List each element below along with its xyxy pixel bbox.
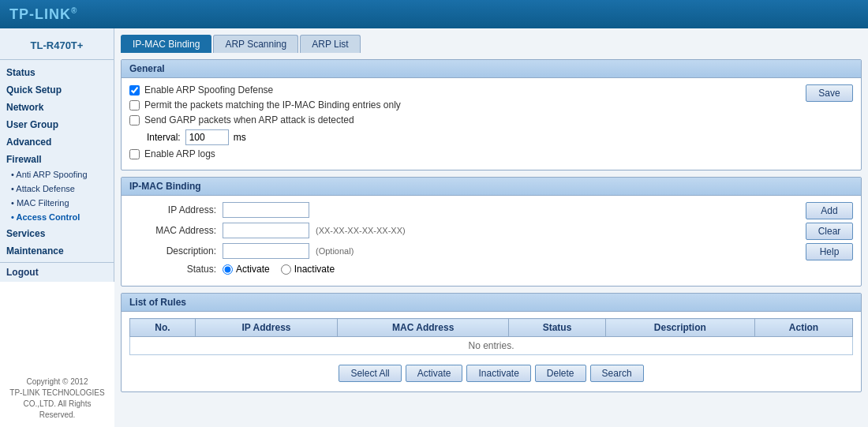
tab-arp-scanning[interactable]: ARP Scanning <box>213 35 298 53</box>
interval-label: Interval: <box>147 132 181 143</box>
sidebar-item-access-control[interactable]: • Access Control <box>0 210 114 224</box>
no-entries-row: No entries. <box>130 337 853 355</box>
logo-text: TP-LINK <box>9 6 71 22</box>
arp-defense-row: Enable ARP Spoofing Defense <box>129 84 790 96</box>
rules-section: List of Rules No. IP Address MAC Address… <box>121 293 862 392</box>
rules-thead: No. IP Address MAC Address Status Descri… <box>130 319 853 337</box>
col-no: No. <box>130 319 196 337</box>
ipmac-inner: IP Address: MAC Address: (XX-XX-XX-XX-XX… <box>129 202 853 279</box>
ip-address-row: IP Address: <box>129 202 790 218</box>
form-buttons: Add Clear Help <box>806 202 853 279</box>
ipmac-content: IP Address: MAC Address: (XX-XX-XX-XX-XX… <box>122 196 861 286</box>
radio-row: Activate Inactivate <box>223 264 335 275</box>
activate-radio[interactable] <box>223 264 233 275</box>
description-input[interactable] <box>223 243 309 259</box>
sidebar-item-advanced[interactable]: Advanced <box>0 133 114 150</box>
arp-logs-row: Enable ARP logs <box>129 148 790 159</box>
sidebar-wrapper: TL-R470T+ Status Quick Setup Network Use… <box>0 28 114 427</box>
send-garp-label: Send GARP packets when ARP attack is det… <box>144 114 354 125</box>
status-row: Status: Activate Inactivate <box>129 264 790 275</box>
header: TP-LINK® <box>0 0 868 28</box>
help-button[interactable]: Help <box>806 243 853 260</box>
description-row: Description: (Optional) <box>129 243 790 259</box>
col-ip: IP Address <box>195 319 337 337</box>
col-mac: MAC Address <box>338 319 509 337</box>
general-inner: Enable ARP Spoofing Defense Permit the p… <box>129 84 853 163</box>
activate-label: Activate <box>236 264 270 275</box>
select-all-button[interactable]: Select All <box>339 365 401 382</box>
rules-header: List of Rules <box>122 294 861 312</box>
sidebar-item-maintenance[interactable]: Maintenance <box>0 242 114 259</box>
ip-address-label: IP Address: <box>129 204 216 215</box>
interval-row: Interval: ms <box>147 129 790 145</box>
rules-tbody: No entries. <box>130 337 853 355</box>
rules-header-row: No. IP Address MAC Address Status Descri… <box>130 319 853 337</box>
col-action: Action <box>755 319 853 337</box>
general-content: Enable ARP Spoofing Defense Permit the p… <box>122 78 861 170</box>
arp-logs-label: Enable ARP logs <box>144 148 215 159</box>
mac-address-row: MAC Address: (XX-XX-XX-XX-XX-XX) <box>129 223 790 238</box>
arp-logs-checkbox[interactable] <box>129 149 140 159</box>
sidebar-item-status[interactable]: Status <box>0 63 114 81</box>
arp-defense-checkbox[interactable] <box>129 85 140 96</box>
sidebar-model: TL-R470T+ <box>0 35 114 60</box>
sidebar-item-quicksetup[interactable]: Quick Setup <box>0 81 114 98</box>
sidebar-item-anti-arp[interactable]: • Anti ARP Spoofing <box>0 167 114 182</box>
general-left: Enable ARP Spoofing Defense Permit the p… <box>129 84 790 163</box>
mac-address-input[interactable] <box>223 223 309 238</box>
status-label: Status: <box>129 264 216 275</box>
inactivate-all-button[interactable]: Inactivate <box>466 365 530 382</box>
sidebar-item-usergroup[interactable]: User Group <box>0 115 114 133</box>
ipmac-form: IP Address: MAC Address: (XX-XX-XX-XX-XX… <box>129 202 790 279</box>
inactivate-option: Inactivate <box>281 264 335 275</box>
mac-hint: (XX-XX-XX-XX-XX-XX) <box>316 226 406 235</box>
tabs: IP-MAC Binding ARP Scanning ARP List <box>121 35 862 53</box>
layout: TL-R470T+ Status Quick Setup Network Use… <box>0 28 868 427</box>
activate-option: Activate <box>223 264 270 275</box>
inactivate-label: Inactivate <box>294 264 335 275</box>
logo: TP-LINK® <box>9 6 77 23</box>
description-hint: (Optional) <box>316 246 354 256</box>
search-button[interactable]: Search <box>590 365 644 382</box>
send-garp-checkbox[interactable] <box>129 115 140 125</box>
sidebar-item-mac-filtering[interactable]: • MAC Filtering <box>0 196 114 210</box>
sidebar-item-network[interactable]: Network <box>0 98 114 115</box>
send-garp-row: Send GARP packets when ARP attack is det… <box>129 114 790 125</box>
ip-address-input[interactable] <box>223 202 309 218</box>
add-button[interactable]: Add <box>806 202 853 219</box>
no-entries-cell: No entries. <box>130 337 853 355</box>
general-right: Save <box>790 84 853 102</box>
permit-packets-label: Permit the packets matching the IP-MAC B… <box>144 99 401 110</box>
sidebar-copyright: Copyright © 2012 TP-LINK TECHNOLOGIES CO… <box>0 376 114 421</box>
sidebar: TL-R470T+ Status Quick Setup Network Use… <box>0 28 114 282</box>
save-button[interactable]: Save <box>806 84 853 102</box>
inactivate-radio[interactable] <box>281 264 291 275</box>
permit-packets-row: Permit the packets matching the IP-MAC B… <box>129 99 790 110</box>
tab-ipmac[interactable]: IP-MAC Binding <box>121 35 211 53</box>
arp-defense-label: Enable ARP Spoofing Defense <box>144 84 273 96</box>
description-label: Description: <box>129 245 216 257</box>
mac-address-label: MAC Address: <box>129 225 216 236</box>
col-status: Status <box>509 319 605 337</box>
sidebar-item-services[interactable]: Services <box>0 224 114 242</box>
logo-registered: ® <box>71 6 77 15</box>
rules-content: No. IP Address MAC Address Status Descri… <box>122 312 861 391</box>
interval-input[interactable] <box>185 129 229 145</box>
permit-packets-checkbox[interactable] <box>129 100 140 110</box>
ipmac-section: IP-MAC Binding IP Address: MAC Address: … <box>121 177 862 287</box>
rules-table: No. IP Address MAC Address Status Descri… <box>129 318 853 355</box>
action-buttons: Select All Activate Inactivate Delete Se… <box>129 361 853 385</box>
interval-unit: ms <box>234 132 246 143</box>
sidebar-logout[interactable]: Logout <box>0 262 114 282</box>
delete-button[interactable]: Delete <box>535 365 586 382</box>
ipmac-header: IP-MAC Binding <box>122 178 861 196</box>
tab-arp-list[interactable]: ARP List <box>300 35 360 53</box>
sidebar-item-firewall[interactable]: Firewall <box>0 150 114 167</box>
col-description: Description <box>605 319 754 337</box>
main-content: IP-MAC Binding ARP Scanning ARP List Gen… <box>114 28 868 427</box>
activate-all-button[interactable]: Activate <box>406 365 463 382</box>
sidebar-item-attack-defense[interactable]: • Attack Defense <box>0 182 114 196</box>
general-header: General <box>122 60 861 78</box>
general-section: General Enable ARP Spoofing Defense Perm… <box>121 59 862 170</box>
clear-button[interactable]: Clear <box>806 223 853 240</box>
